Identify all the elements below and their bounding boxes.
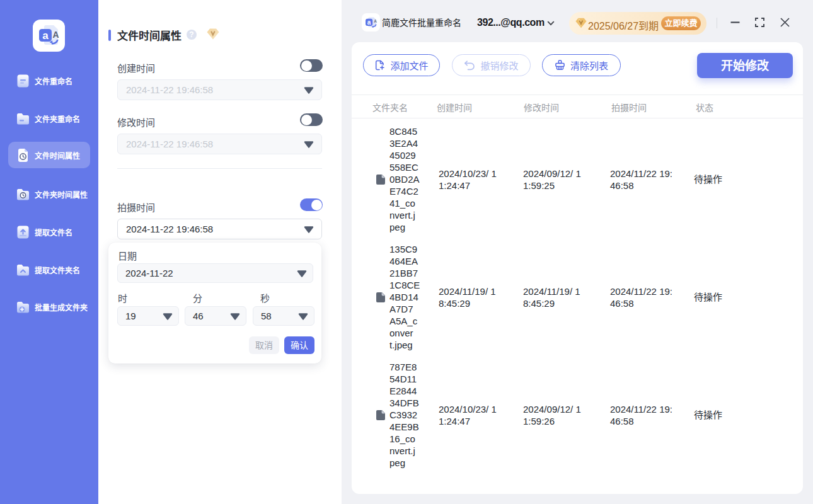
svg-text:a: a xyxy=(42,30,49,42)
svg-text:a: a xyxy=(367,19,371,26)
svg-text:A: A xyxy=(374,19,377,23)
svg-text:A: A xyxy=(52,30,59,40)
